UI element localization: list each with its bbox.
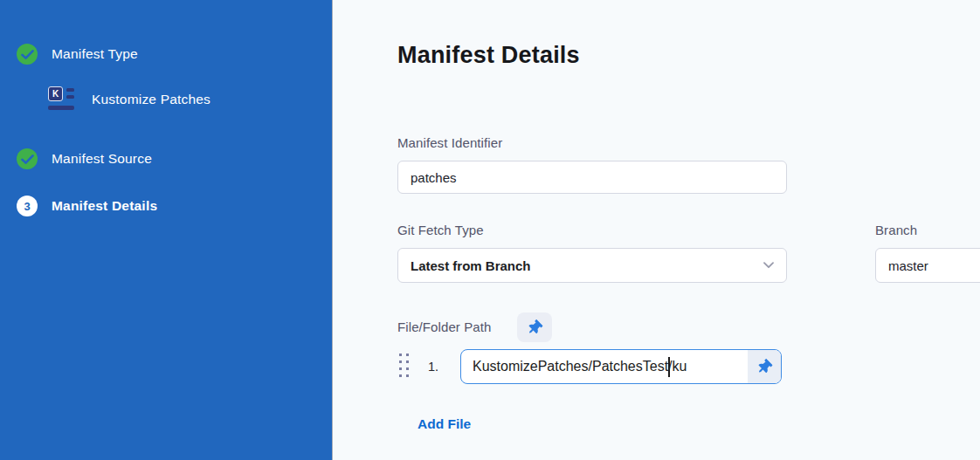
step-label: Manifest Details <box>52 198 157 214</box>
manifest-details-panel: Manifest Details Manifest Identifier Git… <box>334 0 980 460</box>
chevron-down-icon <box>763 262 774 269</box>
wizard-sidebar: Manifest Type k Kustomize Patches Manife… <box>0 0 333 460</box>
sidebar-substep-kustomize-patches[interactable]: k Kustomize Patches <box>48 89 210 110</box>
sidebar-step-manifest-details[interactable]: 3 Manifest Details <box>17 196 157 216</box>
step-number-badge: 3 <box>17 196 38 216</box>
pin-icon <box>755 357 774 376</box>
manifest-identifier-label: Manifest Identifier <box>397 135 502 150</box>
git-fetch-type-label: Git Fetch Type <box>397 223 484 237</box>
path-row-index: 1. <box>428 360 438 374</box>
branch-label: Branch <box>875 223 917 237</box>
step-complete-check-icon <box>17 148 38 169</box>
step-complete-check-icon <box>17 44 38 65</box>
pin-icon <box>525 318 544 337</box>
page-title: Manifest Details <box>397 42 580 69</box>
manifest-identifier-input[interactable] <box>397 161 787 194</box>
path-pin-button[interactable] <box>748 350 781 383</box>
runtime-pin-button[interactable] <box>517 312 552 342</box>
file-path-row <box>460 349 782 384</box>
text-caret <box>668 357 670 377</box>
git-fetch-type-value: Latest from Branch <box>411 258 531 273</box>
step-label: Manifest Type <box>52 46 138 62</box>
sidebar-step-manifest-type[interactable]: Manifest Type <box>17 44 138 65</box>
git-fetch-type-select[interactable]: Latest from Branch <box>397 248 787 283</box>
sidebar-step-manifest-source[interactable]: Manifest Source <box>17 148 152 169</box>
kustomize-icon: k <box>48 86 78 113</box>
drag-handle[interactable] <box>399 354 409 377</box>
add-file-button[interactable]: Add File <box>418 416 471 432</box>
step-label: Kustomize Patches <box>92 92 210 107</box>
step-label: Manifest Source <box>52 151 152 167</box>
file-path-input[interactable] <box>461 350 748 383</box>
branch-input[interactable] <box>875 248 980 283</box>
file-folder-path-label: File/Folder Path <box>397 319 491 334</box>
